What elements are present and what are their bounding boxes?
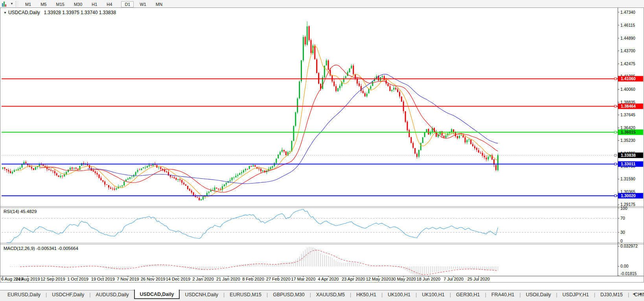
svg-text:4 Apr 2020: 4 Apr 2020 bbox=[318, 277, 339, 281]
timeframe-button-m15[interactable]: M15 bbox=[52, 1, 68, 7]
svg-text:1.46115: 1.46115 bbox=[620, 23, 635, 28]
svg-text:1.31590: 1.31590 bbox=[620, 176, 635, 181]
svg-text:7 Jul 2020: 7 Jul 2020 bbox=[443, 277, 464, 281]
dropdown-caret-icon[interactable]: ▼ bbox=[10, 2, 13, 6]
macd-signal-line bbox=[20, 250, 498, 275]
svg-text:1.36420: 1.36420 bbox=[620, 125, 635, 130]
tab-scroll-buttons: ◄ ► bbox=[632, 292, 643, 296]
rsi-pane bbox=[2, 209, 618, 242]
chart-window: 1.473401.461151.448901.437001.424751.412… bbox=[0, 7, 644, 283]
svg-text:25 Jul 2020: 25 Jul 2020 bbox=[467, 277, 490, 281]
collapse-caret-icon[interactable]: ▼ bbox=[4, 11, 7, 15]
rsi-indicator-label: RSI(14) 45.4829 bbox=[4, 209, 37, 214]
tab-scroll-right-icon[interactable]: ► bbox=[639, 292, 643, 296]
chart-type-icon[interactable] bbox=[1, 0, 10, 7]
chart-tab-usdjpy-h1[interactable]: USDJPY,H1 bbox=[558, 290, 594, 299]
svg-text:14 Dec 2019: 14 Dec 2019 bbox=[166, 277, 190, 281]
svg-text:19 Oct 2019: 19 Oct 2019 bbox=[91, 277, 115, 281]
chart-tab-usdcad-daily[interactable]: USDCAD,Daily bbox=[134, 290, 180, 299]
svg-text:100: 100 bbox=[620, 206, 627, 211]
svg-text:1.42475: 1.42475 bbox=[620, 61, 635, 66]
timeframe-button-m30[interactable]: M30 bbox=[70, 1, 86, 7]
svg-text:1.44890: 1.44890 bbox=[620, 36, 635, 40]
chart-canvas[interactable]: 1.473401.461151.448901.437001.424751.412… bbox=[0, 8, 644, 282]
macd-pane bbox=[11, 247, 498, 276]
timeframe-button-h4[interactable]: H4 bbox=[103, 1, 116, 7]
chart-ohlc-values: 1.33928 1.33975 1.33740 1.33838 bbox=[44, 10, 116, 15]
svg-text:0.00: 0.00 bbox=[620, 264, 629, 268]
chart-tab-ger30-h1[interactable]: GER30,H1 bbox=[451, 290, 485, 299]
svg-text:30: 30 bbox=[620, 230, 625, 235]
svg-text:26 Nov 2019: 26 Nov 2019 bbox=[141, 277, 165, 281]
svg-text:1.47340: 1.47340 bbox=[620, 10, 635, 15]
pane-dividers[interactable] bbox=[0, 206, 644, 244]
svg-text:21 Jan 2020: 21 Jan 2020 bbox=[216, 277, 240, 281]
chart-symbol-label: USDCAD,Daily bbox=[8, 10, 40, 15]
svg-text:0.032972: 0.032972 bbox=[620, 244, 638, 248]
svg-text:23 Apr 2020: 23 Apr 2020 bbox=[342, 277, 365, 281]
date-axis[interactable]: 6 Aug 201924 Aug 201912 Sep 20191 Oct 20… bbox=[1, 276, 490, 281]
svg-text:1.36015: 1.36015 bbox=[621, 130, 636, 134]
trading-terminal: { "toolbar": { "timeframes": ["M1","M5",… bbox=[0, 0, 644, 301]
tab-scroll-left-icon[interactable]: ◄ bbox=[632, 292, 636, 296]
svg-text:12 May 2020: 12 May 2020 bbox=[366, 277, 391, 281]
timeframe-button-h1[interactable]: H1 bbox=[88, 1, 101, 7]
chart-tab-uk100-h1[interactable]: UK100,H1 bbox=[383, 290, 416, 299]
chart-tab-usoil-daily[interactable]: USOil,Daily bbox=[521, 290, 556, 299]
symbol-tabbar: EURUSD,Daily|USDCHF,Daily|AUDUSD,DailyUS… bbox=[0, 290, 644, 300]
svg-text:-0.01815: -0.01815 bbox=[620, 271, 637, 276]
chart-tab-usdcnh-daily[interactable]: USDCNH,Daily bbox=[180, 290, 223, 299]
macd-axis: 0.0329720.00-0.01815 bbox=[618, 244, 638, 276]
svg-text:30 May 2020: 30 May 2020 bbox=[391, 277, 416, 281]
svg-text:17 Mar 2020: 17 Mar 2020 bbox=[291, 277, 316, 281]
svg-text:8 Feb 2020: 8 Feb 2020 bbox=[242, 277, 264, 281]
rsi-line bbox=[7, 209, 498, 242]
chart-tab-uk100-h1[interactable]: UK100,H1 bbox=[417, 290, 450, 299]
svg-text:1.43700: 1.43700 bbox=[620, 48, 635, 53]
svg-text:12 Sep 2019: 12 Sep 2019 bbox=[40, 277, 65, 281]
chart-tab-audusd-daily[interactable]: AUDUSD,Daily bbox=[91, 290, 134, 299]
svg-text:18 Jun 2020: 18 Jun 2020 bbox=[417, 277, 441, 281]
svg-text:2 Jan 2020: 2 Jan 2020 bbox=[192, 277, 213, 281]
axis-frame bbox=[0, 8, 644, 276]
svg-text:70: 70 bbox=[620, 216, 625, 220]
chart-tab-xauusd-m5[interactable]: XAUUSD,M5 bbox=[311, 290, 350, 299]
timeframe-button-mn[interactable]: MN bbox=[152, 1, 166, 7]
timeframe-button-w1[interactable]: W1 bbox=[136, 1, 150, 7]
svg-text:27 Feb 2020: 27 Feb 2020 bbox=[266, 277, 291, 281]
level-lines[interactable] bbox=[2, 79, 618, 196]
chart-tab-eurusd-daily[interactable]: EURUSD,Daily bbox=[2, 290, 46, 299]
chart-tab-dj30-m15[interactable]: DJ30,M15 bbox=[595, 290, 628, 299]
chart-tab-fra40-h1[interactable]: FRA40,H1 bbox=[486, 290, 519, 299]
chart-title: ▼USDCAD,Daily1.33928 1.33975 1.33740 1.3… bbox=[4, 10, 116, 15]
svg-text:1 Oct 2019: 1 Oct 2019 bbox=[67, 277, 88, 281]
timeframe-button-d1[interactable]: D1 bbox=[121, 1, 134, 7]
macd-indicator-label: MACD(12,26,9) -0.005341 -0.005664 bbox=[4, 246, 78, 251]
svg-text:0: 0 bbox=[620, 239, 623, 243]
svg-text:1.41060: 1.41060 bbox=[621, 76, 636, 81]
timeframe-button-m5[interactable]: M5 bbox=[37, 1, 50, 7]
timeframe-buttons: M1M5M15M30H1H4D1W1MN bbox=[20, 0, 167, 7]
svg-text:1.35230: 1.35230 bbox=[620, 138, 635, 143]
svg-text:1.37645: 1.37645 bbox=[620, 112, 635, 117]
chart-tab-gbpusd-m30[interactable]: GBPUSD,M30 bbox=[268, 290, 310, 299]
svg-text:1.33838: 1.33838 bbox=[621, 153, 636, 158]
rsi-axis: 10070300 bbox=[618, 206, 627, 243]
moving-average-lines bbox=[16, 46, 498, 197]
chart-tab-usdchf-daily[interactable]: USDCHF,Daily bbox=[47, 290, 89, 299]
svg-text:1.38464: 1.38464 bbox=[621, 104, 636, 108]
svg-text:1.33011: 1.33011 bbox=[621, 162, 636, 166]
timeframe-toolbar: ▼ M1M5M15M30H1H4D1W1MN bbox=[0, 0, 644, 8]
svg-text:7 Nov 2019: 7 Nov 2019 bbox=[117, 277, 139, 281]
chart-tab-eurusd-m15[interactable]: EURUSD,M15 bbox=[224, 290, 267, 299]
svg-text:1.40060: 1.40060 bbox=[620, 87, 635, 92]
candles-layer bbox=[2, 22, 499, 201]
svg-text:1.30020: 1.30020 bbox=[621, 193, 636, 198]
svg-text:24 Aug 2019: 24 Aug 2019 bbox=[16, 277, 40, 281]
chart-tab-hk50-h1[interactable]: HK50,H1 bbox=[351, 290, 381, 299]
timeframe-button-m1[interactable]: M1 bbox=[22, 1, 35, 7]
toolbar-grip[interactable] bbox=[16, 1, 18, 7]
